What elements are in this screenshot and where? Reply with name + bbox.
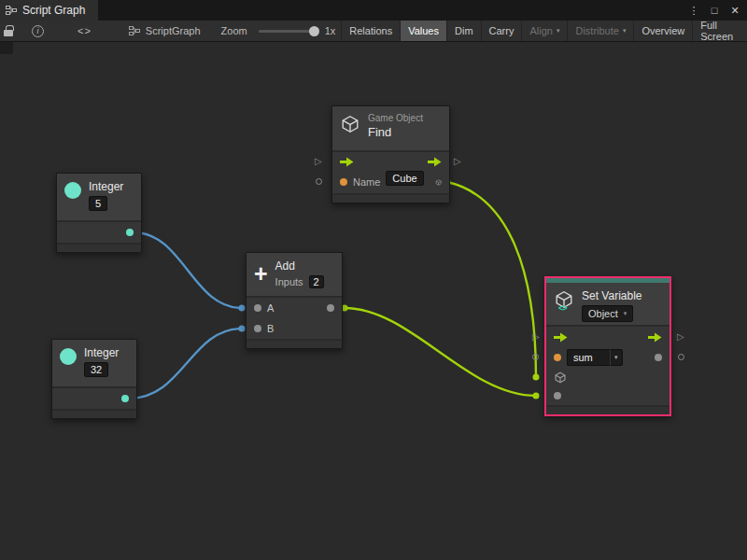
game-object-output-port-icon[interactable] (435, 175, 442, 189)
node-footer (247, 339, 342, 348)
window-controls: ⋮ □ ✕ (685, 0, 747, 21)
value-output-port[interactable] (655, 354, 662, 361)
code-view-button[interactable]: <> (72, 21, 97, 41)
node-footer (57, 243, 141, 252)
flow-in-triangle-icon: ▷ (532, 332, 542, 342)
flow-out-triangle-icon: ▷ (677, 332, 686, 342)
inputs-count-field[interactable]: 2 (309, 275, 324, 288)
variable-name-input-port[interactable] (554, 354, 561, 361)
button-label: Overview (641, 25, 684, 36)
wire-endpoint (239, 305, 246, 312)
zoom-slider-handle[interactable] (309, 26, 319, 36)
node-footer (52, 409, 136, 418)
set-variable-node[interactable]: <> Set Variable Object ▾ (544, 276, 671, 416)
integer-value-field[interactable]: 5 (89, 196, 107, 211)
scope-label: Object (588, 308, 618, 319)
input-port-a[interactable] (254, 304, 261, 312)
tab-title: Script Graph (22, 4, 85, 17)
connection-wire-add-to-setvariable[interactable] (345, 308, 536, 396)
zoom-label: Zoom (216, 21, 253, 41)
button-label: Relations (349, 25, 392, 36)
info-icon: i (32, 25, 44, 37)
port-a-label: A (267, 302, 274, 314)
input-port-b[interactable] (254, 325, 261, 332)
maximize-icon[interactable]: □ (706, 2, 723, 19)
node-title: Add (275, 259, 324, 273)
node-title: Integer (89, 180, 123, 193)
button-label: Carry (489, 25, 514, 36)
zoom-value: 1x (323, 21, 342, 41)
graph-name: ScriptGraph (146, 25, 201, 36)
distribute-button[interactable]: Distribute ▾ (567, 21, 633, 41)
flow-in-triangle-icon: ▷ (315, 157, 324, 166)
variable-select[interactable]: sum ▾ (567, 349, 623, 366)
port-b-label: B (267, 323, 274, 334)
flow-out-arrow-icon[interactable] (428, 157, 442, 167)
node-title: Set Variable (582, 289, 641, 302)
integer-node-5[interactable]: Integer 5 (56, 173, 142, 253)
object-target-port-icon[interactable] (554, 371, 567, 385)
dim-button[interactable]: Dim (446, 21, 481, 41)
output-circle-icon (678, 354, 684, 360)
graph-canvas[interactable]: Integer 5 Integer 32 + (0, 42, 747, 560)
flow-in-arrow-icon[interactable] (340, 157, 354, 167)
variable-name: sum (567, 349, 610, 366)
connection-wire-int32-to-addB[interactable] (129, 329, 242, 399)
carry-button[interactable]: Carry (481, 21, 522, 41)
flow-out-arrow-icon[interactable] (648, 332, 662, 343)
wire-endpoint (533, 374, 540, 381)
align-button[interactable]: Align ▾ (521, 21, 567, 41)
script-graph-icon (6, 5, 17, 16)
lock-icon (4, 30, 13, 36)
name-label: Name (353, 176, 380, 188)
script-graph-icon (129, 25, 140, 36)
button-label: Distribute (575, 25, 618, 36)
game-object-icon (340, 113, 360, 135)
overview-button[interactable]: Overview (633, 21, 692, 41)
wire-endpoint (533, 393, 540, 399)
add-node[interactable]: + Add Inputs 2 A B (246, 252, 343, 349)
integer-value-field[interactable]: 32 (84, 362, 108, 377)
value-input-port[interactable] (554, 392, 561, 399)
set-variable-icon: <> (554, 289, 574, 312)
relations-button[interactable]: Relations (341, 21, 400, 41)
game-object-find-node[interactable]: Game Object Find Name Cube (331, 105, 450, 203)
wire-endpoint (239, 326, 246, 332)
node-title: Find (368, 125, 423, 139)
node-category: Game Object (368, 113, 423, 123)
close-icon[interactable]: ✕ (726, 2, 743, 19)
values-button[interactable]: Values (400, 21, 446, 41)
zoom-slider[interactable] (259, 30, 317, 33)
integer-output-port[interactable] (121, 395, 129, 402)
flow-in-arrow-icon[interactable] (554, 332, 568, 343)
tab-script-graph[interactable]: Script Graph (0, 0, 98, 21)
node-title: Integer (84, 346, 119, 359)
integer-output-port[interactable] (126, 229, 134, 236)
code-icon: <> (78, 25, 92, 36)
flow-out-triangle-icon: ▷ (454, 157, 463, 166)
titlebar: Script Graph ⋮ □ ✕ (0, 0, 747, 21)
connection-wire-find-to-setvariable[interactable] (447, 182, 536, 377)
name-input-port[interactable] (340, 178, 347, 186)
input-circle-icon (532, 354, 539, 360)
chevron-down-icon: ▾ (623, 27, 627, 35)
input-circle-icon (316, 178, 322, 185)
button-label: Values (408, 25, 439, 36)
lock-button[interactable] (0, 21, 19, 41)
integer-node-32[interactable]: Integer 32 (51, 339, 137, 419)
connection-wire-int5-to-addA[interactable] (134, 232, 242, 308)
canvas-corner-notch (0, 42, 13, 54)
variable-scope-dropdown[interactable]: Object ▾ (582, 305, 633, 322)
info-button[interactable]: i (26, 21, 49, 41)
graph-breadcrumb[interactable]: ScriptGraph (123, 21, 206, 41)
button-label: Full Screen (700, 20, 740, 42)
node-footer (332, 193, 449, 203)
fullscreen-button[interactable]: Full Screen (692, 21, 747, 41)
integer-icon (64, 182, 81, 199)
name-value-field[interactable]: Cube (386, 171, 423, 186)
sum-output-port[interactable] (327, 304, 334, 312)
menu-icon[interactable]: ⋮ (685, 2, 702, 19)
chevron-down-icon: ▾ (624, 310, 627, 317)
add-icon: + (254, 263, 268, 284)
node-footer (546, 405, 669, 414)
